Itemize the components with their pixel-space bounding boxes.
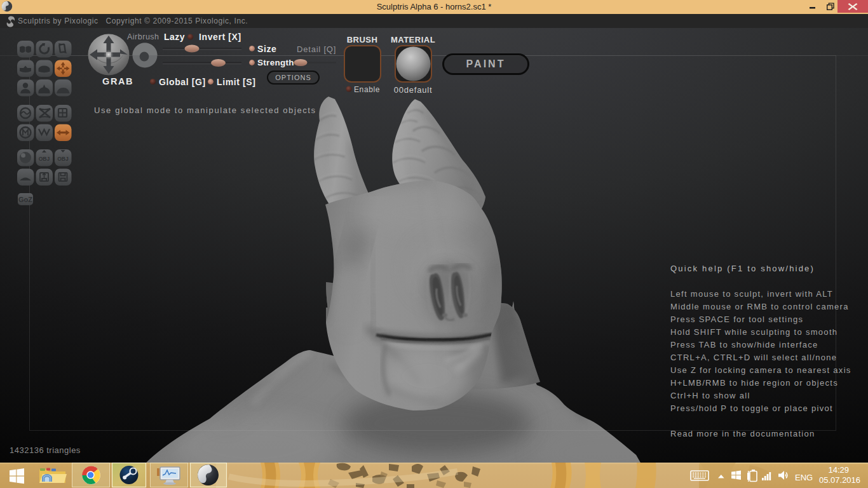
- svg-text:OBJ: OBJ: [39, 156, 50, 162]
- svg-text:GoZ: GoZ: [18, 196, 32, 203]
- svg-text:OBJ: OBJ: [57, 156, 69, 162]
